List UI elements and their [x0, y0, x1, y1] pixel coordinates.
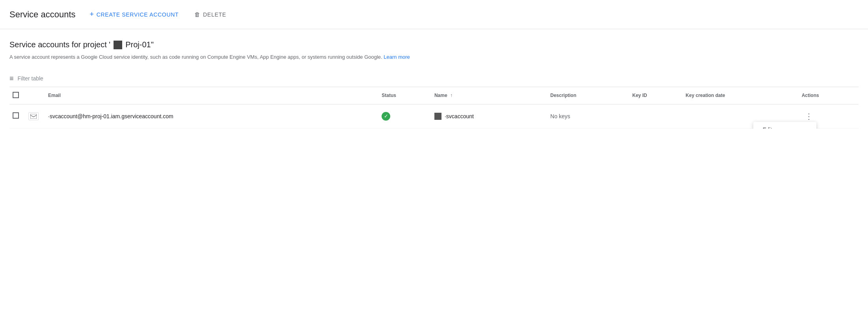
dropdown-edit[interactable]: Edit — [753, 122, 816, 128]
section-title: Service accounts for project ' Proj-01" — [9, 40, 859, 49]
delete-button-label: DELETE — [203, 11, 226, 18]
row-status: ✓ — [378, 104, 431, 128]
top-bar: Service accounts + CREATE SERVICE ACCOUN… — [0, 0, 868, 29]
header-actions: Actions — [799, 87, 859, 104]
select-all-checkbox[interactable] — [13, 92, 19, 98]
header-email-icon-col — [25, 87, 45, 104]
three-dots-button[interactable]: ⋮ — [802, 110, 816, 123]
row-name: ·svcaccount — [431, 104, 547, 128]
status-active-icon: ✓ — [382, 112, 390, 121]
main-content: Service accounts for project ' Proj-01" … — [0, 29, 868, 128]
row-key-id — [629, 104, 682, 128]
table-header-row: Email Status Name ↑ Description Key ID K… — [9, 87, 859, 104]
page-title: Service accounts — [9, 9, 76, 20]
plus-icon: + — [90, 10, 94, 19]
project-name: Proj-01" — [125, 40, 154, 49]
learn-more-link[interactable]: Learn more — [384, 54, 410, 60]
header-status: Status — [378, 87, 431, 104]
row-icon-cell — [25, 104, 45, 128]
dropdown-menu: Edit Disable Create key Delete — [753, 122, 816, 128]
header-description: Description — [547, 87, 629, 104]
row-email: ·svcaccount@hm-proj-01.iam.gserviceaccou… — [45, 104, 378, 128]
service-accounts-table: Email Status Name ↑ Description Key ID K… — [9, 87, 859, 128]
svg-rect-0 — [30, 114, 37, 119]
service-account-icon — [28, 112, 39, 120]
row-description: No keys — [547, 104, 629, 128]
row-checkbox[interactable] — [13, 112, 19, 119]
table-row: ·svcaccount@hm-proj-01.iam.gserviceaccou… — [9, 104, 859, 128]
sort-arrow: ↑ — [450, 93, 453, 98]
header-checkbox-col — [9, 87, 25, 104]
delete-button[interactable]: 🗑 DELETE — [193, 8, 227, 21]
filter-row: ≡ Filter table — [9, 71, 859, 87]
title-prefix: Service accounts for project ' — [9, 40, 110, 49]
actions-menu: ⋮ Edit Disable Create key D — [802, 110, 816, 123]
header-name[interactable]: Name ↑ — [431, 87, 547, 104]
filter-icon: ≡ — [9, 74, 14, 83]
project-icon — [114, 41, 122, 49]
trash-icon: 🗑 — [194, 11, 201, 18]
header-key-id: Key ID — [629, 87, 682, 104]
header-email: Email — [45, 87, 378, 104]
filter-placeholder[interactable]: Filter table — [18, 75, 43, 82]
header-key-creation-date: Key creation date — [682, 87, 798, 104]
name-project-icon — [434, 113, 441, 120]
create-button-label: CREATE SERVICE ACCOUNT — [97, 11, 179, 18]
row-checkbox-cell — [9, 104, 25, 128]
create-service-account-button[interactable]: + CREATE SERVICE ACCOUNT — [88, 7, 181, 22]
description-text: A service account represents a Google Cl… — [9, 53, 859, 61]
row-actions: ⋮ Edit Disable Create key D — [799, 104, 859, 128]
